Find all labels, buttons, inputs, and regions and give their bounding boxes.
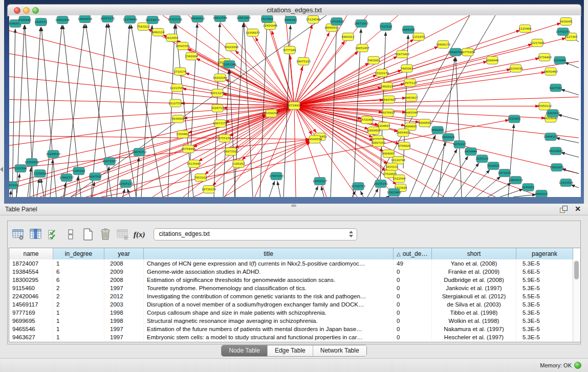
column-header-in_degree[interactable]: in_degree (53, 248, 104, 259)
network-node[interactable]: 10653287 (236, 15, 251, 21)
network-node[interactable]: 16210643 (549, 147, 563, 155)
network-node[interactable]: 16497487 (382, 96, 396, 103)
network-node[interactable]: 16076427 (381, 109, 395, 117)
network-node[interactable]: 9245652 (522, 184, 534, 191)
table-settings-button[interactable] (11, 227, 26, 242)
network-node[interactable]: 9329966 (554, 56, 567, 64)
column-header-pagerank[interactable]: pagerank (516, 248, 573, 259)
table-row[interactable]: 1872400712008Changes of HCN gene express… (9, 259, 573, 268)
network-node[interactable]: 7632621 (487, 162, 499, 170)
network-node[interactable]: 9755188 (219, 135, 231, 142)
network-node[interactable]: 16543351 (176, 42, 190, 50)
column-header-short[interactable]: short (432, 248, 516, 259)
table-row[interactable]: 911546021997Tourette syndrome. Phenomeno… (9, 284, 573, 292)
network-node[interactable]: 14202049 (213, 74, 227, 81)
network-node[interactable]: 14850463 (543, 68, 558, 75)
table-row[interactable]: 977716911998Corpus callosum shape and si… (9, 309, 573, 317)
network-node[interactable]: 20553170 (100, 15, 115, 22)
network-node[interactable]: 21053346 (222, 60, 236, 68)
network-node[interactable]: 15720407 (360, 116, 374, 124)
network-node[interactable]: 1527602 (261, 15, 273, 23)
network-node[interactable]: 6961913 (342, 33, 355, 40)
collapse-panel-arrow-icon[interactable] (0, 167, 3, 172)
network-node[interactable]: 18513278 (210, 89, 225, 97)
network-node[interactable]: 16754446 (181, 145, 195, 153)
network-node[interactable]: 8964140 (402, 26, 415, 33)
table-row[interactable]: 946362711997Embryonic stem cells: a mode… (9, 333, 573, 341)
network-node[interactable]: 18022096 (224, 43, 238, 51)
network-node[interactable]: 9756928 (398, 142, 411, 150)
network-node[interactable]: 15958112 (537, 102, 552, 110)
network-node[interactable]: 12217987 (530, 39, 545, 47)
tab-edge-table[interactable]: Edge Table (267, 345, 313, 356)
function-builder-button[interactable]: f(x) (134, 230, 145, 239)
network-node[interactable]: 9463627 (405, 94, 418, 101)
network-node[interactable]: 8305842 (18, 16, 31, 24)
table-row[interactable]: 1938455462009Genome-wide association stu… (9, 268, 573, 276)
network-node[interactable]: 16958107 (313, 178, 327, 185)
select-column-button[interactable] (28, 227, 43, 242)
network-node[interactable]: 9361518 (9, 182, 18, 189)
network-node[interactable]: 16648784 (448, 48, 463, 56)
network-node[interactable]: 15135141 (374, 180, 388, 188)
network-node[interactable]: 7563822 (137, 23, 149, 30)
network-node[interactable]: 12975125 (403, 79, 417, 86)
network-node[interactable]: 12444154 (543, 133, 558, 141)
network-node[interactable]: 12093832 (546, 110, 560, 117)
table-row[interactable]: 2242004622012Investigating the contribut… (9, 292, 573, 300)
network-node[interactable]: 12213583 (170, 84, 184, 92)
close-panel-icon[interactable]: ✕ (575, 205, 581, 213)
network-node[interactable]: 7515526 (380, 23, 393, 30)
network-node[interactable]: 10154335 (509, 64, 523, 72)
select-rows-button[interactable] (46, 227, 61, 242)
network-node[interactable]: 20691406 (55, 16, 70, 24)
network-node[interactable]: 15124549 (306, 15, 320, 23)
network-node[interactable]: 1145194 (73, 167, 85, 175)
network-node[interactable]: 10973493 (395, 50, 409, 58)
network-node[interactable]: 9860124 (152, 28, 165, 36)
network-node[interactable]: 16671955 (354, 19, 368, 27)
network-node[interactable]: 16739336 (202, 186, 216, 193)
network-node[interactable]: 8215955 (508, 115, 521, 123)
network-node[interactable]: 2405572 (35, 18, 47, 26)
network-node[interactable]: 10688609 (366, 127, 381, 135)
network-node[interactable]: 3026717 (211, 104, 224, 112)
network-node[interactable]: 15751074 (556, 28, 570, 35)
network-node[interactable]: 9640954 (431, 126, 444, 134)
column-header-name[interactable]: name (9, 248, 53, 259)
network-node[interactable]: 2718176 (174, 68, 187, 75)
network-node[interactable]: 1195283 (232, 160, 245, 168)
float-window-icon[interactable] (560, 206, 568, 213)
network-node[interactable]: 1615132 (386, 163, 398, 171)
column-header-out_de[interactable]: △out_de… (394, 248, 432, 259)
network-node[interactable]: 6879197 (453, 141, 466, 148)
network-node[interactable]: 15723728 (168, 15, 182, 23)
network-node[interactable]: 6471626 (498, 169, 511, 177)
table-row[interactable]: 1456911722003Disruption of a novel membe… (9, 300, 573, 309)
vertical-scrollbar[interactable] (573, 259, 580, 342)
table-row[interactable]: 1830029562008Estimation of significance … (9, 276, 573, 284)
network-window-titlebar[interactable]: citations_edges.txt (7, 4, 581, 16)
network-node[interactable]: 12505123 (119, 180, 133, 188)
tab-network-table[interactable]: Network Table (313, 345, 366, 356)
column-header-title[interactable]: title (144, 248, 394, 259)
network-node[interactable]: 7485063 (401, 64, 413, 72)
network-node[interactable]: 18807243 (371, 139, 385, 147)
network-canvas[interactable]: 1872400775638229860124591295416543351234… (9, 15, 581, 197)
network-node[interactable]: 19356877 (246, 29, 260, 36)
network-node[interactable]: 15692951 (550, 164, 564, 171)
column-header-year[interactable]: year (104, 248, 144, 259)
row-height-button[interactable] (63, 227, 78, 242)
network-node[interactable]: 13220174 (375, 69, 389, 77)
network-node[interactable]: 9936896 (172, 115, 185, 123)
delete-rows-button[interactable] (98, 227, 113, 242)
network-node[interactable]: 19734493 (537, 53, 552, 61)
network-node[interactable]: 10775454 (461, 48, 475, 56)
network-node[interactable]: 9984067 (382, 150, 395, 158)
network-node[interactable]: 9465546 (405, 109, 418, 117)
network-node[interactable]: 8958924 (442, 134, 455, 141)
scrollbar-thumb[interactable] (574, 261, 579, 279)
network-node[interactable]: 1662615 (381, 82, 394, 90)
network-node[interactable]: 7254462 (177, 130, 189, 138)
network-node[interactable]: 9899695 (419, 119, 431, 127)
